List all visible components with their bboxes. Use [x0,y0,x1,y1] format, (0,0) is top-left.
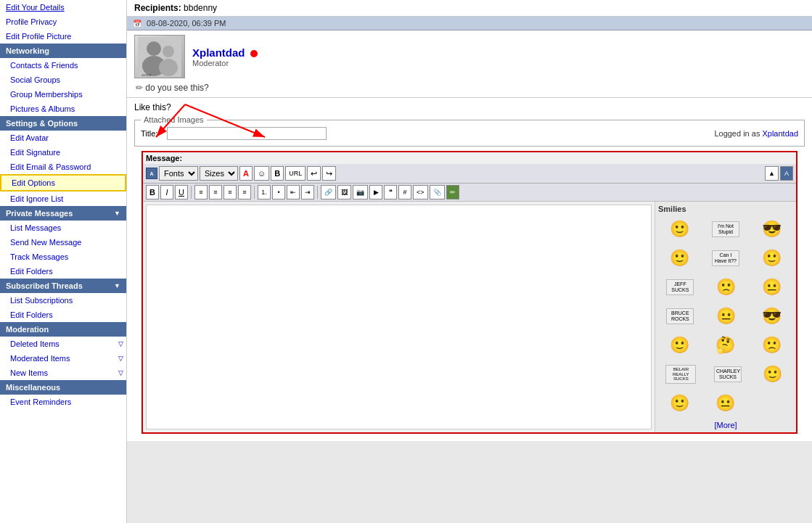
indent-left-btn[interactable]: ⇤ [287,185,300,199]
svg-text:avatar: avatar [142,73,152,77]
edit-icon: ✏ [136,83,143,93]
redo-button[interactable]: ↪ [322,166,336,181]
editor-label: Message: [143,152,796,164]
sidebar-item-edit-folders-pm[interactable]: Edit Folders [0,264,126,279]
post-area: avatar Xplantdad Moderator ✏ do you see … [127,30,812,98]
sidebar-item-social-groups[interactable]: Social Groups [0,73,126,87]
recipients-label: Recipients: [134,3,181,13]
smiley-smile6[interactable]: 🙂 [667,390,693,416]
smiley-charleysucks[interactable]: CHARLEYSUCKS [714,366,742,382]
bold-button[interactable]: B [271,166,284,181]
quote-btn[interactable]: ❝ [384,185,397,199]
smilies-grid: 🙂 I'm NotStupid 😎 🙂 Can IHave It?? 🙂 [658,216,793,416]
smilies-row-5: 🙂 🤔 🙁 [658,332,793,358]
smiley-neutral3[interactable]: 🤔 [713,332,739,358]
smiley-jeffsucks[interactable]: JEFFSUCKS [666,279,694,295]
smiley-neutral2[interactable]: 😐 [713,303,739,329]
resize-down-button[interactable]: A [780,166,793,181]
eraser-btn[interactable]: ✏ [446,185,459,199]
sep3 [317,186,318,199]
smiley-neutral4[interactable]: 😐 [713,390,739,416]
smiley-neutral1[interactable]: 😐 [759,274,785,300]
sidebar-item-profile-privacy[interactable]: Profile Privacy [0,15,126,29]
sidebar-item-edit-ignore-list[interactable]: Edit Ignore List [0,192,126,206]
align-center-btn[interactable]: ≡ [209,185,222,199]
sidebar-item-edit-avatar[interactable]: Edit Avatar [0,131,126,145]
indent-right-btn[interactable]: ⇥ [301,185,314,199]
resize-up-button[interactable]: ▲ [765,166,779,181]
moderated-items-sub-arrow: ▽ [118,355,126,362]
smiley-belairsucks[interactable]: BELAIRREALLY SUCKS [665,365,696,384]
video-btn[interactable]: ▶ [369,185,382,199]
new-items-sub-arrow: ▽ [118,369,126,376]
sidebar-item-track-messages[interactable]: Track Messages [0,250,126,264]
align-justify-btn[interactable]: ≡ [238,185,251,199]
attach-btn[interactable]: 📎 [430,185,445,199]
sidebar-section-private-messages: Private Messages ▼ [0,206,126,221]
logged-in-user-link[interactable]: Xplantdad [762,129,798,138]
smiley-smile2[interactable]: 🙂 [666,245,692,271]
avatar: avatar [134,35,185,78]
smiley-smile4[interactable]: 🙂 [667,332,693,358]
smiley-smile5[interactable]: 🙂 [760,361,786,387]
bold-btn[interactable]: B [146,185,159,199]
sidebar-item-contacts-friends[interactable]: Contacts & Friends [0,58,126,73]
sidebar-item-edit-options[interactable]: Edit Options [0,174,126,192]
smiley-sad1[interactable]: 🙁 [713,274,739,300]
unordered-list-btn[interactable]: • [272,185,285,199]
sidebar-item-moderated-items[interactable]: Moderated Items [0,351,118,366]
sidebar-item-list-messages[interactable]: List Messages [0,221,126,235]
title-input[interactable] [167,127,327,140]
code-btn[interactable]: <> [413,185,428,199]
smiley-sad2[interactable]: 🙁 [758,332,784,358]
sidebar-item-send-new-message[interactable]: Send New Message [0,235,126,250]
smiley-smile3[interactable]: 🙂 [759,245,785,271]
smilies-title: Smilies [658,205,793,213]
sidebar-item-new-items[interactable]: New Items [0,366,118,380]
smiley-notstupid[interactable]: I'm NotStupid [712,221,739,236]
undo-button[interactable]: ↩ [307,166,321,181]
img-link-btn[interactable]: 🖼 [337,185,351,199]
sidebar: Edit Your Details Profile Privacy Edit P… [0,0,127,523]
sidebar-item-deleted-items[interactable]: Deleted Items [0,337,118,351]
smiley-brucerocks[interactable]: BRUCEROCKS [666,308,694,324]
hash-btn[interactable]: # [398,185,411,199]
sidebar-moderation-deleted: Deleted Items ▽ [0,337,126,351]
link-btn[interactable]: 🔗 [321,185,336,199]
underline-btn[interactable]: U [175,185,188,199]
sidebar-item-edit-folders-st[interactable]: Edit Folders [0,308,126,322]
svg-point-3 [163,46,174,57]
smiley-smile1[interactable]: 🙂 [666,216,692,242]
message-editor: Message: A Fonts Sizes A ☺ B URL ↩ ↪ ▲ A [142,151,797,434]
smiley-canihave[interactable]: Can IHave It?? [712,250,739,265]
url-button[interactable]: URL [285,166,305,181]
sidebar-item-edit-your-details[interactable]: Edit Your Details [0,0,126,15]
sep2 [254,186,255,199]
font-style-icon: A [146,168,157,179]
smilies-more-link[interactable]: [More] [658,421,793,429]
fonts-select[interactable]: Fonts [159,166,198,181]
sidebar-item-group-memberships[interactable]: Group Memberships [0,87,126,102]
username-link[interactable]: Xplantdad [192,46,245,59]
svg-point-1 [147,41,161,56]
svg-point-4 [159,59,178,76]
align-right-btn[interactable]: ≡ [223,185,237,199]
message-textarea[interactable] [146,205,652,429]
image-btn2[interactable]: 📷 [353,185,368,199]
color-button[interactable]: A [239,166,253,181]
align-left-btn[interactable]: ≡ [194,185,208,199]
smiley-cool[interactable]: 😎 [759,216,785,242]
private-messages-arrow-icon: ▼ [114,210,120,217]
sizes-select[interactable]: Sizes [200,166,238,181]
sidebar-item-list-subscriptions[interactable]: List Subscriptions [0,293,126,308]
sidebar-item-edit-signature[interactable]: Edit Signature [0,145,126,160]
italic-btn[interactable]: I [160,185,173,199]
smiley-cool2[interactable]: 😎 [759,303,785,329]
smiley-button[interactable]: ☺ [254,166,269,181]
post-body-text: do you see this? [145,83,208,93]
sidebar-item-edit-profile-picture[interactable]: Edit Profile Picture [0,29,126,44]
sidebar-item-pictures-albums[interactable]: Pictures & Albums [0,102,126,116]
sidebar-item-edit-email-password[interactable]: Edit Email & Password [0,160,126,174]
sidebar-item-event-reminders[interactable]: Event Reminders [0,395,126,409]
ordered-list-btn[interactable]: 1. [258,185,271,199]
